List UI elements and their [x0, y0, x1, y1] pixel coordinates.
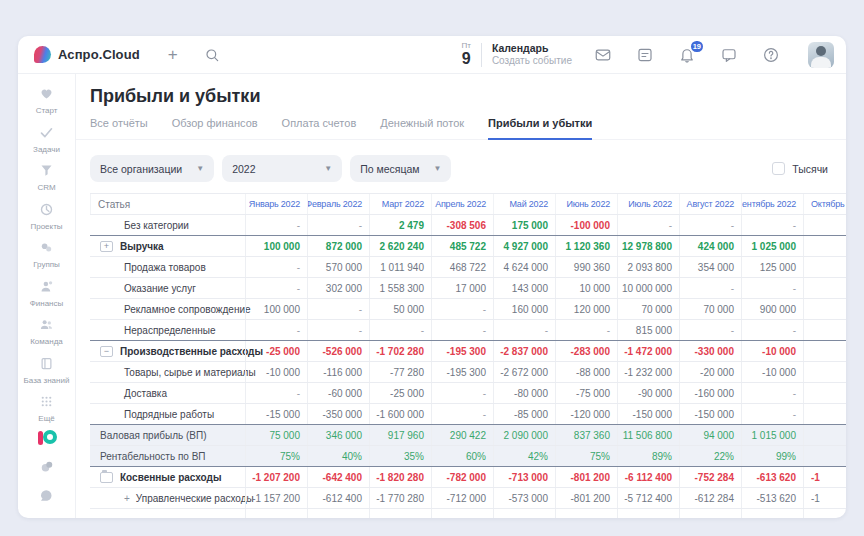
- value-cell: -801 200: [555, 488, 617, 508]
- sidebar-item-финансы[interactable]: Финансы: [18, 275, 75, 314]
- value-cell: [803, 446, 846, 466]
- value-cell: -: [307, 215, 369, 235]
- value-cell: 485 722: [431, 236, 493, 256]
- value-cell: 12 978 800: [617, 236, 679, 256]
- value-cell: -612 284: [679, 488, 741, 508]
- table-row[interactable]: Валовая прибыль (ВП)75 000346 000917 960…: [90, 425, 846, 446]
- table-row[interactable]: Косвенные расходы-1 207 200-642 400-1 82…: [90, 467, 846, 488]
- period-select-value: По месяцам: [360, 163, 419, 175]
- month-column-header: Июль 2022: [617, 194, 679, 214]
- row-label: Валовая прибыль (ВП): [90, 425, 245, 445]
- value-cell: [803, 299, 846, 319]
- row-label: [90, 509, 245, 518]
- add-icon[interactable]: +: [124, 493, 130, 504]
- value-cell: -513 620: [741, 488, 803, 508]
- year-select[interactable]: 2022 ▼: [222, 155, 342, 182]
- value-cell: [555, 509, 617, 518]
- value-cell: 40%: [307, 446, 369, 466]
- table-row[interactable]: [90, 509, 846, 518]
- sidebar-item-проекты[interactable]: Проекты: [18, 198, 75, 237]
- value-cell: [245, 509, 307, 518]
- sidebar-item-задачи[interactable]: Задачи: [18, 121, 75, 160]
- table-row[interactable]: Рекламное сопровождение100 000-50 000-16…: [90, 299, 846, 320]
- bell-icon[interactable]: 19: [678, 46, 696, 64]
- tasks-icon: [39, 125, 54, 144]
- sidebar-item-crm[interactable]: CRM: [18, 159, 75, 198]
- table-row[interactable]: +Управленческие расходы-1 157 200-612 40…: [90, 488, 846, 509]
- chat-icon[interactable]: [720, 46, 738, 64]
- value-cell: -713 000: [493, 467, 555, 487]
- page-title: Прибыли и убытки: [76, 74, 846, 107]
- start-icon: [39, 86, 54, 105]
- collapse-minus-icon[interactable]: −: [100, 346, 113, 357]
- support-chat-icon[interactable]: [38, 488, 56, 506]
- value-cell: -: [741, 404, 803, 424]
- value-cell: -: [369, 320, 431, 340]
- calendar-widget[interactable]: Календарь Создать событие: [492, 42, 572, 68]
- value-cell: 1 025 000: [741, 236, 803, 256]
- tab-4[interactable]: Денежный поток: [380, 117, 464, 139]
- thousands-toggle[interactable]: Тысячи: [772, 162, 832, 175]
- value-cell: -20 000: [679, 362, 741, 382]
- create-button[interactable]: +: [168, 46, 178, 63]
- avatar[interactable]: [808, 42, 834, 68]
- mail-icon[interactable]: [594, 46, 612, 64]
- table-row[interactable]: Продажа товаров-570 0001 011 940468 7224…: [90, 257, 846, 278]
- integrations-icon[interactable]: [38, 458, 56, 476]
- expand-plus-icon[interactable]: +: [100, 241, 113, 252]
- value-cell: 4 624 000: [493, 257, 555, 277]
- help-icon[interactable]: [762, 46, 780, 64]
- sidebar-item-команда[interactable]: Команда: [18, 313, 75, 352]
- table-row[interactable]: Товары, сырье и материалы-10 000-116 000…: [90, 362, 846, 383]
- tab-1[interactable]: Все отчёты: [90, 117, 148, 139]
- sidebar-item-старт[interactable]: Старт: [18, 82, 75, 121]
- value-cell: [803, 509, 846, 518]
- folder-icon[interactable]: [100, 472, 113, 483]
- value-cell: -: [493, 320, 555, 340]
- table-row[interactable]: Без категории--2 479-308 506175 000-100 …: [90, 215, 846, 236]
- month-column-header: Январь 2022: [245, 194, 307, 214]
- table-row[interactable]: Подрядные работы-15 000-350 000-1 600 00…: [90, 404, 846, 425]
- value-cell: 990 360: [555, 257, 617, 277]
- table-row[interactable]: +Выручка100 000872 0002 620 240485 7224 …: [90, 236, 846, 257]
- tab-3[interactable]: Оплата счетов: [282, 117, 357, 139]
- table-row[interactable]: Оказание услуг-302 0001 558 30017 000143…: [90, 278, 846, 299]
- value-cell: 354 000: [679, 257, 741, 277]
- value-cell: 75 000: [245, 425, 307, 445]
- value-cell: [803, 278, 846, 298]
- row-label: Без категории: [90, 215, 245, 235]
- value-cell: [679, 509, 741, 518]
- value-cell: 2 620 240: [369, 236, 431, 256]
- date-widget[interactable]: Пт 9: [461, 42, 470, 67]
- thousands-checkbox[interactable]: [772, 162, 785, 175]
- sidebar-item-группы[interactable]: Группы: [18, 236, 75, 275]
- year-select-value: 2022: [232, 163, 255, 175]
- table-row[interactable]: −Производственные расходы-25 000-526 000…: [90, 341, 846, 362]
- value-cell: -613 620: [741, 467, 803, 487]
- groups-icon: [39, 240, 54, 259]
- value-cell: -: [431, 320, 493, 340]
- brand-logo[interactable]: Аспро.Cloud: [34, 46, 140, 63]
- value-cell: [431, 509, 493, 518]
- knowledge-icon: [39, 356, 54, 375]
- period-select[interactable]: По месяцам ▼: [350, 155, 451, 182]
- value-cell: 175 000: [493, 215, 555, 235]
- filter-bar: Все организации ▼ 2022 ▼ По месяцам ▼ Ты…: [90, 155, 832, 182]
- table-row[interactable]: Нераспределенные------815 000--: [90, 320, 846, 341]
- aspro-app-icon[interactable]: [36, 429, 58, 446]
- sidebar-item-база знаний[interactable]: База знаний: [18, 352, 75, 391]
- tab-5[interactable]: Прибыли и убытки: [488, 117, 592, 140]
- value-cell: -642 400: [307, 467, 369, 487]
- value-cell: -: [617, 215, 679, 235]
- sidebar-item-ещё[interactable]: Ещё: [18, 390, 75, 429]
- organization-select[interactable]: Все организации ▼: [90, 155, 214, 182]
- tab-2[interactable]: Обзор финансов: [172, 117, 258, 139]
- table-row[interactable]: Доставка--60 000-25 000--80 000-75 000-9…: [90, 383, 846, 404]
- search-icon[interactable]: [204, 47, 220, 63]
- note-icon[interactable]: [636, 46, 654, 64]
- value-cell: -1 770 280: [369, 488, 431, 508]
- value-cell: 75%: [555, 446, 617, 466]
- month-column-header: Сентябрь 2022: [741, 194, 803, 214]
- table-row[interactable]: Рентабельность по ВП75%40%35%60%42%75%89…: [90, 446, 846, 467]
- sidebar-item-label: База знаний: [24, 377, 70, 386]
